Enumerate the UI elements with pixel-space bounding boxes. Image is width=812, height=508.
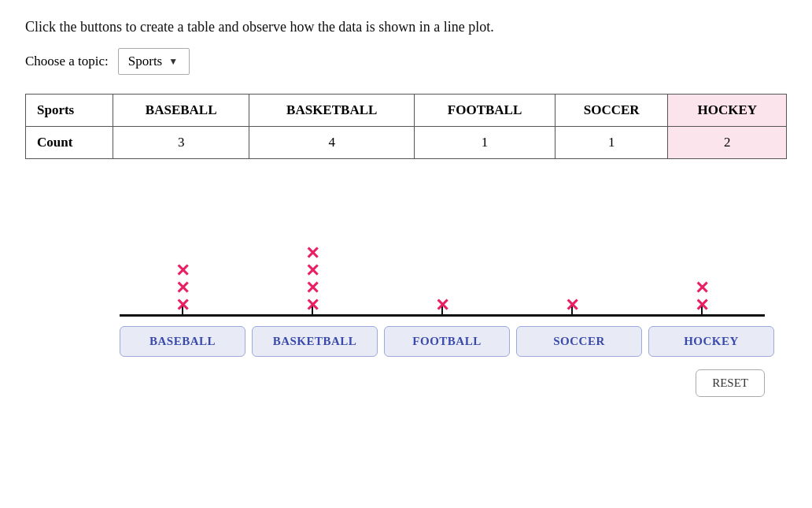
- topic-label: Choose a topic:: [25, 54, 109, 69]
- x-mark-hockey-0: ✕: [695, 297, 709, 314]
- hockey-button[interactable]: HOCKEY: [648, 326, 774, 357]
- count-soccer: 1: [555, 127, 667, 159]
- col-header-basketball: BASKETBALL: [249, 95, 415, 127]
- count-row-header: Count: [26, 127, 113, 159]
- count-hockey: 2: [668, 127, 787, 159]
- x-mark-basketball-0: ✕: [305, 297, 319, 314]
- table-row-sports: Sports BASEBALL BASKETBALL FOOTBALL SOCC…: [26, 95, 787, 127]
- count-football: 1: [415, 127, 555, 159]
- line-plot: ✕✕✕✕✕✕✕✕✕✕✕: [120, 191, 765, 317]
- x-mark-basketball-1: ✕: [305, 280, 319, 297]
- col-header-football: FOOTBALL: [415, 95, 555, 127]
- x-mark-football-0: ✕: [435, 297, 449, 314]
- football-button[interactable]: FOOTBALL: [384, 326, 510, 357]
- basketball-button[interactable]: BASKETBALL: [252, 326, 378, 357]
- table-row-count: Count 3 4 1 1 2: [26, 127, 787, 159]
- x-mark-baseball-1: ✕: [175, 280, 190, 297]
- baseball-button[interactable]: BASEBALL: [120, 326, 245, 357]
- col-header-baseball: BASEBALL: [113, 95, 249, 127]
- count-baseball: 3: [113, 127, 249, 159]
- reset-row: RESET: [120, 369, 765, 397]
- sport-buttons-row: BASEBALL BASKETBALL FOOTBALL SOCCER HOCK…: [120, 326, 774, 357]
- x-mark-baseball-0: ✕: [175, 297, 190, 314]
- topic-value: Sports: [128, 54, 162, 69]
- x-mark-soccer-0: ✕: [565, 297, 579, 314]
- instruction-text: Click the buttons to create a table and …: [25, 19, 787, 35]
- col-header-soccer: SOCCER: [555, 95, 667, 127]
- topic-dropdown[interactable]: Sports ▼: [118, 48, 190, 75]
- soccer-button[interactable]: SOCCER: [516, 326, 642, 357]
- chevron-down-icon: ▼: [168, 56, 178, 68]
- x-mark-hockey-1: ✕: [695, 280, 709, 297]
- count-basketball: 4: [249, 127, 415, 159]
- data-table: Sports BASEBALL BASKETBALL FOOTBALL SOCC…: [25, 94, 787, 159]
- plot-section: ✕✕✕✕✕✕✕✕✕✕✕ BASEBALL BASKETBALL FOOTBALL…: [25, 191, 787, 397]
- sports-row-header: Sports: [26, 95, 113, 127]
- x-mark-basketball-2: ✕: [305, 262, 319, 280]
- x-mark-baseball-2: ✕: [175, 262, 190, 280]
- reset-button[interactable]: RESET: [696, 369, 765, 397]
- col-header-hockey: HOCKEY: [668, 95, 787, 127]
- x-mark-basketball-3: ✕: [305, 245, 319, 262]
